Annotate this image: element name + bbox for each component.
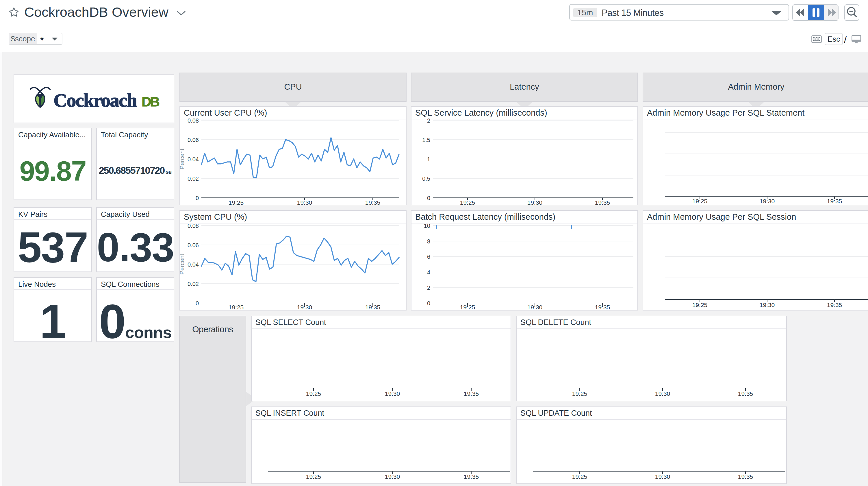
svg-text:0.06: 0.06: [188, 137, 199, 143]
svg-text:19:30: 19:30: [297, 304, 312, 311]
svg-text:0.02: 0.02: [188, 281, 199, 287]
svg-text:19:30: 19:30: [760, 198, 775, 204]
svg-text:19:35: 19:35: [464, 390, 479, 397]
svg-text:19:25: 19:25: [306, 390, 321, 397]
svg-text:0: 0: [427, 300, 430, 307]
svg-text:19:35: 19:35: [595, 199, 610, 206]
svg-text:19:25: 19:25: [692, 302, 708, 308]
svg-text:19:35: 19:35: [365, 304, 380, 311]
svg-text:0.08: 0.08: [188, 223, 199, 229]
svg-text:0.5: 0.5: [422, 175, 430, 182]
svg-text:0: 0: [427, 195, 430, 201]
svg-text:0.08: 0.08: [188, 117, 199, 124]
svg-text:19:30: 19:30: [297, 199, 312, 206]
svg-text:19:25: 19:25: [460, 304, 475, 311]
svg-text:10: 10: [424, 223, 430, 229]
svg-text:Percent: Percent: [180, 254, 185, 275]
svg-text:19:30: 19:30: [655, 473, 670, 480]
svg-text:19:30: 19:30: [385, 390, 400, 397]
svg-text:19:30: 19:30: [760, 302, 775, 308]
svg-text:19:25: 19:25: [306, 473, 321, 480]
svg-text:19:35: 19:35: [738, 473, 753, 480]
svg-text:19:25: 19:25: [460, 199, 475, 206]
svg-text:19:35: 19:35: [827, 302, 842, 308]
svg-text:19:35: 19:35: [827, 198, 842, 204]
svg-text:0.02: 0.02: [188, 175, 199, 182]
svg-text:0.04: 0.04: [188, 156, 199, 163]
svg-text:0: 0: [196, 195, 199, 201]
svg-text:19:35: 19:35: [464, 473, 479, 480]
svg-text:19:25: 19:25: [228, 304, 244, 311]
svg-text:19:30: 19:30: [527, 199, 542, 206]
svg-text:0.04: 0.04: [188, 261, 199, 268]
svg-text:6: 6: [427, 254, 430, 260]
svg-text:Cockroach: Cockroach: [54, 90, 137, 110]
svg-text:19:35: 19:35: [595, 304, 610, 311]
svg-text:2: 2: [427, 117, 430, 124]
svg-text:19:25: 19:25: [572, 473, 587, 480]
svg-text:19:30: 19:30: [655, 390, 670, 397]
svg-text:0: 0: [196, 300, 199, 307]
svg-text:19:30: 19:30: [527, 304, 542, 311]
svg-text:19:25: 19:25: [572, 390, 587, 397]
svg-text:19:35: 19:35: [365, 199, 380, 206]
svg-text:19:25: 19:25: [228, 199, 244, 206]
svg-text:2: 2: [427, 285, 430, 291]
svg-text:1.5: 1.5: [422, 137, 430, 143]
svg-text:19:25: 19:25: [692, 198, 708, 204]
svg-text:19:30: 19:30: [385, 473, 400, 480]
svg-text:4: 4: [427, 269, 430, 276]
svg-text:1: 1: [427, 156, 430, 163]
svg-text:0.06: 0.06: [188, 242, 199, 248]
svg-text:Percent: Percent: [180, 149, 185, 170]
svg-text:DB: DB: [142, 94, 160, 109]
svg-text:19:35: 19:35: [738, 390, 753, 397]
svg-text:8: 8: [427, 238, 430, 245]
